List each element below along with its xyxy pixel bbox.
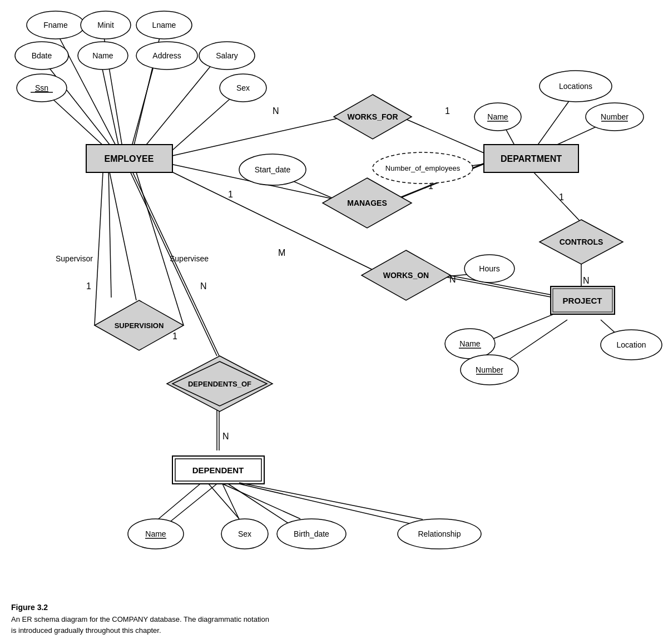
- manages-label: MANAGES: [347, 199, 387, 207]
- employee-label: EMPLOYEE: [105, 154, 154, 164]
- dependent-label: DEPENDENT: [192, 465, 244, 475]
- svg-line-28: [108, 167, 136, 300]
- controls-n-label: N: [583, 276, 590, 285]
- works-on-m-label: M: [278, 248, 285, 257]
- er-diagram: N 1 1 1 1 N M N Supervisor 1 Supervisee …: [0, 0, 668, 606]
- svg-line-5: [131, 58, 156, 150]
- ssn-label: Ssn: [35, 83, 48, 92]
- svg-line-8: [172, 91, 239, 150]
- num-employees-label: Number_of_employees: [385, 164, 461, 172]
- emp-sex-label: Sex: [236, 83, 250, 92]
- svg-line-49: [239, 483, 423, 519]
- salary-label: Salary: [216, 51, 238, 60]
- works-on-label: WORKS_ON: [383, 271, 429, 280]
- fname-label: Fname: [43, 21, 68, 29]
- lname-label: Lname: [152, 21, 176, 29]
- dep-birth-date-label: Birth_date: [294, 529, 329, 538]
- svg-line-37: [108, 167, 111, 298]
- works-on-n-label: N: [449, 275, 456, 284]
- dep-relationship-label: Relationship: [418, 529, 461, 538]
- proj-name-label: Name: [459, 339, 481, 348]
- bdate-label: Bdate: [32, 51, 52, 60]
- supervision-1-label: 1: [86, 281, 91, 291]
- emp-name-label: Name: [92, 51, 113, 60]
- figure-caption: Figure 3.2 An ER schema diagram for the …: [11, 603, 345, 636]
- dependents-of-n-label: N: [222, 432, 229, 441]
- works-for-n-label: N: [273, 106, 279, 116]
- supervisor-label: Supervisor: [56, 254, 93, 263]
- locations-label: Locations: [559, 82, 592, 91]
- svg-line-10: [400, 117, 484, 153]
- supervision-label: SUPERVISION: [115, 321, 164, 330]
- supervision-n-label: N: [200, 281, 207, 291]
- dept-name-label: Name: [487, 112, 508, 121]
- svg-line-19: [531, 170, 581, 222]
- department-label: DEPARTMENT: [501, 154, 562, 164]
- svg-line-9: [172, 117, 345, 156]
- works-for-1-label: 1: [445, 106, 450, 116]
- project-label: PROJECT: [563, 296, 602, 305]
- hours-label: Hours: [479, 264, 499, 273]
- svg-line-6: [142, 58, 217, 150]
- caption-title: Figure 3.2: [11, 603, 345, 612]
- dependents-of-1-label: 1: [172, 331, 177, 341]
- svg-line-43: [95, 172, 103, 325]
- manages-1-emp-label: 1: [228, 190, 233, 199]
- dependents-of-label: DEPENDENTS_OF: [188, 380, 251, 388]
- caption-line1: An ER schema diagram for the COMPANY dat…: [11, 614, 345, 625]
- proj-number-label: Number: [476, 365, 503, 374]
- caption-line2: is introduced gradually throughout this …: [11, 625, 345, 636]
- controls-label: CONTROLS: [560, 237, 603, 246]
- works-for-label: WORKS_FOR: [348, 112, 398, 121]
- dept-number-label: Number: [601, 112, 629, 121]
- supervisee-label: Supervisee: [170, 254, 209, 263]
- minit-label: Minit: [97, 21, 114, 29]
- address-label: Address: [152, 51, 181, 60]
- svg-line-46: [159, 484, 200, 519]
- start-date-label: Start_date: [255, 165, 291, 174]
- dep-sex-label: Sex: [238, 529, 251, 538]
- controls-1-label: 1: [559, 192, 564, 202]
- proj-location-label: Location: [617, 340, 646, 349]
- dep-name-label: Name: [145, 529, 166, 538]
